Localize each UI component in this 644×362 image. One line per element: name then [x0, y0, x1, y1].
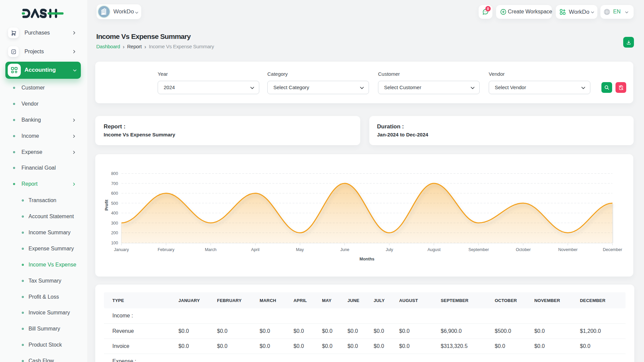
svg-text:Profit: Profit [104, 199, 109, 210]
svg-text:April: April [251, 247, 259, 252]
svg-text:September: September [468, 247, 489, 252]
svg-text:August: August [428, 247, 441, 252]
svg-text:500: 500 [111, 201, 118, 206]
svg-text:300: 300 [111, 221, 118, 226]
svg-text:800: 800 [111, 171, 118, 176]
svg-text:October: October [516, 247, 531, 252]
svg-text:400: 400 [111, 211, 118, 216]
svg-text:200: 200 [111, 231, 118, 235]
svg-text:100: 100 [111, 241, 118, 245]
svg-text:January: January [114, 247, 129, 252]
svg-text:700: 700 [111, 181, 118, 186]
svg-text:February: February [158, 247, 175, 252]
svg-text:600: 600 [111, 191, 118, 196]
svg-text:November: November [558, 247, 578, 252]
svg-text:December: December [603, 247, 622, 252]
svg-text:March: March [205, 247, 217, 252]
svg-text:May: May [296, 247, 304, 252]
svg-text:Months: Months [360, 257, 374, 261]
svg-text:July: July [386, 247, 393, 252]
svg-text:June: June [340, 247, 349, 252]
